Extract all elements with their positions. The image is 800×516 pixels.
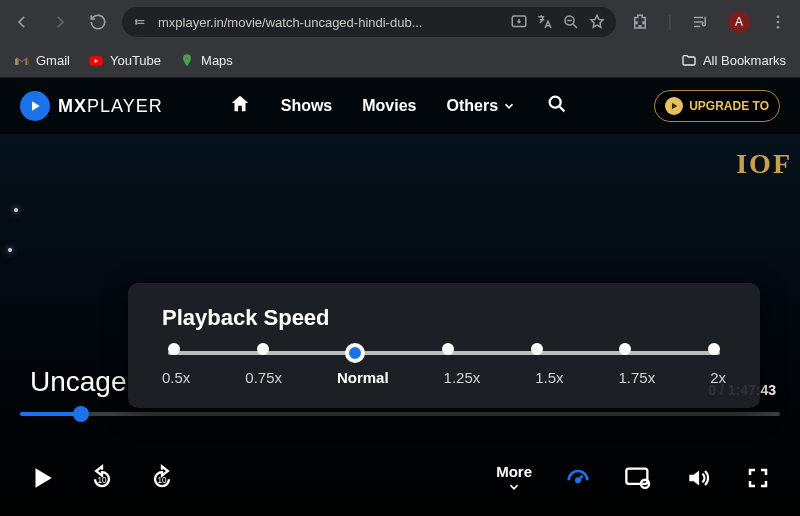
speed-option-label[interactable]: 0.75x — [245, 369, 282, 386]
brand-thin: PLAYER — [87, 96, 163, 116]
volume-button[interactable] — [684, 464, 712, 492]
seek-fill — [20, 412, 81, 416]
profile-avatar[interactable]: A — [728, 11, 750, 33]
speed-option-dot[interactable] — [168, 343, 180, 355]
player-controls: 10 10 More — [0, 440, 800, 516]
bookmark-label: Maps — [201, 53, 233, 68]
svg-point-9 — [550, 97, 561, 108]
gold-play-icon — [665, 97, 683, 115]
svg-point-8 — [186, 56, 189, 59]
install-app-icon[interactable] — [510, 13, 528, 31]
bookmark-youtube[interactable]: YouTube — [88, 53, 161, 69]
site-header: MXPLAYER Shows Movies Others UPGRADE TO — [0, 78, 800, 134]
speed-option-label[interactable]: 1.25x — [444, 369, 481, 386]
address-bar[interactable]: mxplayer.in/movie/watch-uncaged-hindi-du… — [122, 7, 616, 37]
bookmarks-bar: Gmail YouTube Maps All Bookmarks — [0, 44, 800, 78]
upgrade-label: UPGRADE TO — [689, 99, 769, 113]
bookmark-label: YouTube — [110, 53, 161, 68]
more-label: More — [496, 463, 532, 480]
browser-toolbar: mxplayer.in/movie/watch-uncaged-hindi-du… — [0, 0, 800, 44]
seek-bar[interactable] — [20, 412, 780, 416]
folder-icon — [681, 53, 697, 69]
chevron-down-icon — [506, 480, 522, 494]
speed-heading: Playback Speed — [162, 305, 726, 331]
play-logo-icon — [20, 91, 50, 121]
url-text: mxplayer.in/movie/watch-uncaged-hindi-du… — [158, 15, 502, 30]
bookmark-label: All Bookmarks — [703, 53, 786, 68]
svg-point-4 — [777, 15, 780, 18]
brand-bold: MX — [58, 96, 87, 116]
svg-point-5 — [777, 21, 780, 24]
nav-shows[interactable]: Shows — [281, 97, 333, 115]
bookmark-label: Gmail — [36, 53, 70, 68]
chevron-down-icon — [502, 99, 516, 113]
extensions-icon[interactable] — [626, 8, 654, 36]
video-player: MXPLAYER Shows Movies Others UPGRADE TO … — [0, 78, 800, 516]
speed-option-label[interactable]: 1.5x — [535, 369, 563, 386]
search-icon[interactable] — [546, 93, 568, 119]
media-control-icon[interactable] — [686, 8, 714, 36]
home-icon[interactable] — [229, 93, 251, 119]
forward-10-button[interactable]: 10 — [148, 464, 176, 492]
speed-option-dot[interactable] — [619, 343, 631, 355]
browser-menu-icon[interactable] — [764, 8, 792, 36]
playback-speed-panel: Playback Speed 0.5x0.75xNormal1.25x1.5x1… — [128, 283, 760, 408]
youtube-icon — [88, 53, 104, 69]
site-nav: Shows Movies Others — [229, 93, 568, 119]
svg-text:10: 10 — [97, 476, 107, 485]
upgrade-button[interactable]: UPGRADE TO — [654, 90, 780, 122]
speed-option-label[interactable]: Normal — [337, 369, 389, 386]
reload-button[interactable] — [84, 8, 112, 36]
bookmark-maps[interactable]: Maps — [179, 53, 233, 69]
site-info-icon[interactable] — [132, 13, 150, 31]
speed-button[interactable] — [564, 464, 592, 492]
video-watermark: IOF — [736, 148, 792, 180]
speed-labels: 0.5x0.75xNormal1.25x1.5x1.75x2x — [162, 369, 726, 386]
mxplayer-logo[interactable]: MXPLAYER — [20, 91, 163, 121]
zoom-icon[interactable] — [562, 13, 580, 31]
rewind-10-button[interactable]: 10 — [88, 464, 116, 492]
speed-option-dot[interactable] — [531, 343, 543, 355]
seek-thumb[interactable] — [73, 406, 89, 422]
video-title: Uncage — [30, 366, 127, 398]
nav-movies[interactable]: Movies — [362, 97, 416, 115]
more-button[interactable]: More — [496, 463, 532, 494]
bookmark-star-icon[interactable] — [588, 13, 606, 31]
svg-text:10: 10 — [157, 476, 167, 485]
back-button[interactable] — [8, 8, 36, 36]
speed-option-dot[interactable] — [345, 343, 365, 363]
gmail-icon — [14, 53, 30, 69]
speed-option-label[interactable]: 1.75x — [619, 369, 656, 386]
nav-others[interactable]: Others — [447, 97, 517, 115]
speed-option-label[interactable]: 0.5x — [162, 369, 190, 386]
bookmark-gmail[interactable]: Gmail — [14, 53, 70, 69]
maps-icon — [179, 53, 195, 69]
svg-point-1 — [136, 23, 137, 24]
all-bookmarks-button[interactable]: All Bookmarks — [681, 53, 786, 69]
svg-rect-13 — [626, 469, 647, 484]
speed-option-dot[interactable] — [257, 343, 269, 355]
speed-slider[interactable] — [168, 351, 720, 355]
translate-icon[interactable] — [536, 13, 554, 31]
speed-option-dot[interactable] — [442, 343, 454, 355]
play-button[interactable] — [28, 464, 56, 492]
svg-point-6 — [777, 26, 780, 29]
svg-point-12 — [576, 479, 580, 483]
speed-option-label[interactable]: 2x — [710, 369, 726, 386]
quality-settings-button[interactable] — [624, 464, 652, 492]
forward-button[interactable] — [46, 8, 74, 36]
speed-option-dot[interactable] — [708, 343, 720, 355]
svg-point-0 — [136, 20, 137, 21]
fullscreen-button[interactable] — [744, 464, 772, 492]
